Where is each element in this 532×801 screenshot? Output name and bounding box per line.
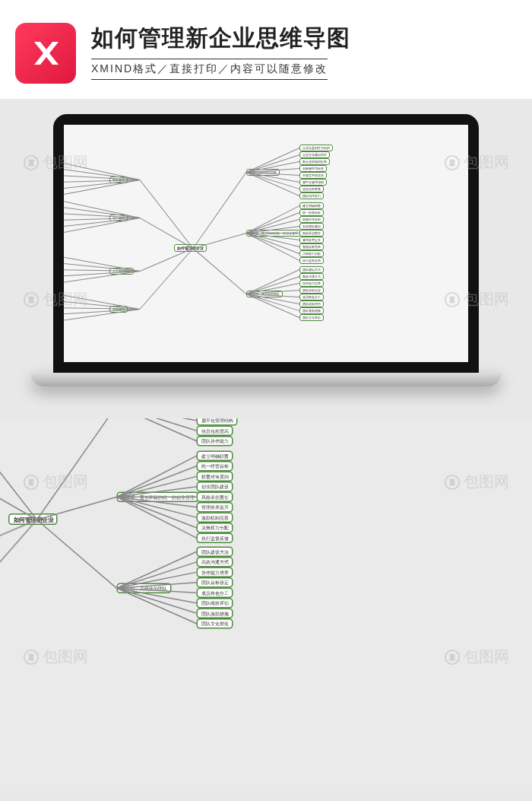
mindmap-child-node: 决策权力分配 — [299, 250, 324, 257]
mindmap-child-node: 执行监督反馈 — [299, 257, 324, 264]
mindmap-large: 如何管理新企业财务管理财务管理机制财务人员培训成本核算控制财务风险管理利润分配方… — [0, 418, 532, 791]
mindmap-child-node: 市场竞争的优势 — [299, 172, 327, 179]
mindmap-child-node: 统一经营目标 — [299, 209, 324, 216]
mindmap-child-node: 团队协作能力 — [197, 436, 233, 447]
mindmap-child-node: 团队激励措施 — [299, 307, 324, 314]
mindmap-child-node: 建立明确职责 — [197, 451, 233, 462]
mindmap-child-node: 团队激励措施 — [197, 609, 233, 619]
mindmap-child-node: 协作能力培养 — [197, 567, 233, 578]
header-text: 如何管理新企业思维导图 XMIND格式／直接打印／内容可以随意修改 — [91, 23, 517, 80]
mindmap-child-node: 激励机制完善 — [299, 243, 324, 250]
mindmap-child-node: 执行监督反馈 — [197, 533, 233, 544]
mindmap-child-node: 创业团队建设 — [197, 482, 233, 492]
xmind-logo-icon — [15, 23, 76, 84]
page-title: 如何管理新企业思维导图 — [91, 23, 517, 54]
mindmap-child-node: 扁平化管理结构 — [197, 418, 238, 426]
mindmap-child-node: 管理效率提升 — [197, 502, 233, 513]
header: 如何管理新企业思维导图 XMIND格式／直接打印／内容可以随意修改 — [0, 0, 532, 99]
mindmap-child-node: 协作能力培养 — [299, 280, 324, 287]
mindmap-child-node: 风险承担责任 — [299, 230, 324, 237]
laptop-screen-content: 如何管理新企业财务管理财务管理机制财务人员培训成本核算控制财务风险管理利润分配方… — [64, 125, 468, 362]
mindmap-child-node: 信息化程度高 — [299, 186, 324, 192]
mindmap-child-node: 权责对等原则 — [299, 216, 324, 223]
mindmap-child-node: 团队绩效评估 — [197, 598, 233, 609]
laptop-base — [30, 373, 502, 386]
mindmap-child-node: 高效沟通方式 — [197, 557, 233, 567]
mindmap-detail-area: 如何管理新企业财务管理财务管理机制财务人员培训成本核算控制财务风险管理利润分配方… — [0, 418, 532, 791]
mindmap-child-node: 成员角色分工 — [299, 294, 324, 300]
mindmap-child-node: 统一经营目标 — [197, 461, 233, 472]
mindmap-child-node: 高效沟通方式 — [299, 273, 324, 280]
mindmap-child-node: 企业以盈利性为目的 — [299, 145, 333, 151]
mindmap-child-node: 决策权力分配 — [197, 523, 233, 533]
laptop-mockup: 如何管理新企业财务管理财务管理机制财务人员培训成本核算控制财务风险管理利润分配方… — [30, 114, 502, 403]
mindmap-child-node: 企业文化建设特征 — [299, 151, 330, 158]
mindmap-child-node: 成员角色分工 — [197, 588, 233, 599]
mindmap-child-node: 激励机制完善 — [197, 513, 233, 523]
mindmap-child-node: 新企业的组织架构 — [299, 158, 330, 165]
laptop-preview-area: 如何管理新企业财务管理财务管理机制财务人员培训成本核算控制财务风险管理利润分配方… — [0, 99, 532, 418]
mindmap-child-node: 团队绩效评估 — [299, 300, 324, 307]
laptop-screen: 如何管理新企业财务管理财务管理机制财务人员培训成本核算控制财务风险管理利润分配方… — [53, 114, 479, 373]
mindmap-child-node: 创新管理与经营 — [299, 165, 327, 172]
mindmap-child-node: 团队目标设定 — [197, 577, 233, 588]
page-subtitle: XMIND格式／直接打印／内容可以随意修改 — [91, 59, 328, 80]
mindmap-child-node: 团队目标设定 — [299, 287, 324, 294]
mindmap-child-node: 团队文化塑造 — [197, 618, 233, 629]
mindmap-child-node: 创业团队建设 — [299, 223, 324, 230]
mindmap-child-node: 团队建设方法 — [299, 266, 324, 273]
mindmap-child-node: 风险承担责任 — [197, 492, 233, 503]
mindmap-small: 如何管理新企业财务管理财务管理机制财务人员培训成本核算控制财务风险管理利润分配方… — [64, 125, 468, 362]
mindmap-child-node: 权责对等原则 — [197, 472, 233, 482]
mindmap-child-node: 团队文化塑造 — [299, 314, 324, 321]
mindmap-child-node: 团队建设方法 — [197, 547, 233, 558]
mindmap-child-node: 信息化程度高 — [197, 426, 233, 437]
mindmap-child-node: 扁平化管理结构 — [299, 179, 327, 186]
mindmap-child-node: 团队协作能力 — [299, 192, 324, 199]
mindmap-child-node: 建立明确职责 — [299, 202, 324, 209]
mindmap-child-node: 管理效率提升 — [299, 237, 324, 243]
